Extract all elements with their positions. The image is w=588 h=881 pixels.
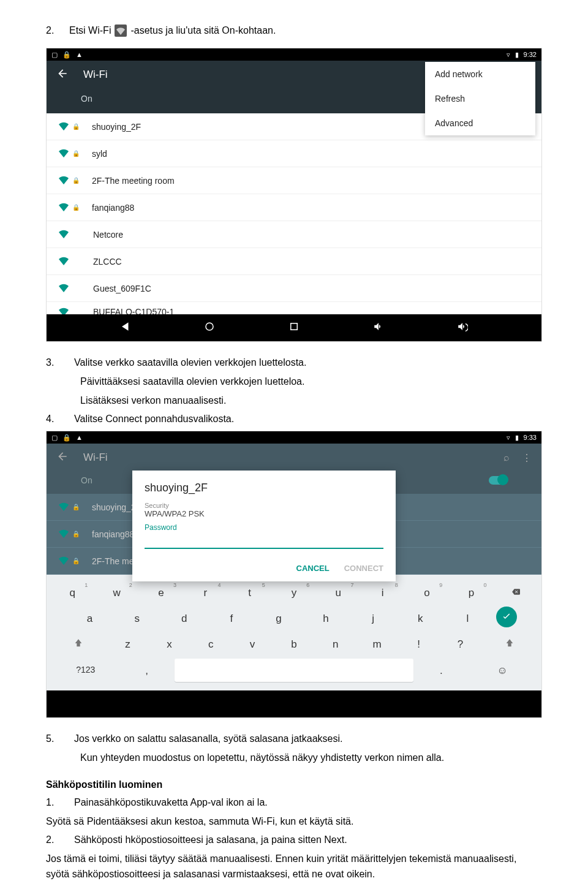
para-3b: Päivittääksesi saatavilla olevien verkko… [46, 374, 542, 390]
email-item-1: 1. Painasähköpostikuvaketta App-val ikon… [46, 795, 542, 811]
screenshot-icon: ▢ [51, 434, 58, 442]
email-item-1b: Syötä sä Pidentääksesi akun kestoa, samm… [46, 814, 542, 830]
key-p[interactable]: 0p [451, 581, 491, 604]
network-item[interactable]: ZLCCC [47, 248, 541, 275]
phone-screenshot-wifi-connect: ▢ 🔒 ▲ ▿ ▮ 9:33 Wi-Fi ⌕ ⋮ [46, 431, 542, 718]
overflow-menu: Add network Refresh Advanced [425, 62, 535, 135]
dialog-security-value: WPA/WPA2 PSK [145, 509, 383, 518]
wifi-signal-icon [59, 229, 69, 240]
intro-line: 2. Etsi Wi-Fi -asetus ja liu'uta sitä On… [46, 25, 542, 37]
key-j[interactable]: j [352, 607, 395, 630]
lock-icon: 🔒 [62, 51, 71, 59]
intro-num: 2. [46, 25, 66, 36]
nav-home-icon[interactable] [204, 321, 215, 335]
status-time: 9:32 [524, 51, 537, 58]
network-item[interactable]: 🔒2F-The meeting room [47, 167, 541, 194]
key-?[interactable]: ? [441, 632, 479, 656]
key-n[interactable]: n [317, 632, 355, 656]
wifi-signal-icon [59, 282, 69, 294]
svg-point-0 [206, 323, 213, 330]
lock-icon: 🔒 [72, 504, 80, 510]
key-b[interactable]: b [275, 632, 313, 656]
lock-icon: 🔒 [62, 434, 71, 442]
nav-recent-icon[interactable] [288, 321, 300, 335]
key-r[interactable]: 4r [185, 581, 225, 604]
lock-icon: 🔒 [72, 123, 80, 130]
network-ssid: ZLCCC [93, 257, 529, 267]
email-section-title: Sähköpostitilin luominen [46, 779, 542, 790]
key-k[interactable]: k [399, 607, 442, 630]
dialog-security-label: Security [145, 502, 383, 509]
wifi-signal-icon [59, 255, 69, 267]
menu-add-network[interactable]: Add network [425, 62, 535, 86]
key-symbols[interactable]: ?123 [52, 659, 119, 682]
key-d[interactable]: d [162, 607, 206, 630]
wifi-signal-icon [59, 121, 69, 132]
network-item[interactable]: 🔒syld [47, 140, 541, 167]
dialog-connect-button[interactable]: CONNECT [344, 564, 383, 573]
overflow-icon: ⋮ [522, 452, 532, 464]
screenshot-icon: ▢ [51, 51, 58, 59]
lock-icon: 🔒 [72, 558, 80, 564]
key-t[interactable]: 5t [229, 581, 270, 604]
network-item[interactable]: BUFFALO-C1D570-1 [47, 302, 541, 314]
key-f[interactable]: f [209, 607, 253, 630]
key-m[interactable]: m [358, 632, 396, 656]
battery-icon: ▮ [515, 51, 519, 59]
dialog-cancel-button[interactable]: CANCEL [296, 564, 330, 573]
key-backspace[interactable] [496, 581, 536, 604]
wifi-on-label: On [81, 94, 92, 104]
wifi-signal-icon [59, 202, 69, 213]
key-y[interactable]: 6y [274, 581, 314, 604]
network-item[interactable]: 🔒fanqiang88 [47, 194, 541, 221]
network-item[interactable]: Netcore [47, 221, 541, 248]
dialog-ssid: shuoying_2F [145, 482, 383, 494]
intro-before: Etsi Wi-Fi [69, 25, 111, 36]
key-g[interactable]: g [257, 607, 300, 630]
key-o[interactable]: 9o [407, 581, 447, 604]
dimmed-background: Wi-Fi ⌕ ⋮ On 🔒shuoying_2F🔒fanqiang88🔒2F-… [47, 444, 541, 575]
nav-voldown-icon[interactable] [373, 321, 384, 335]
email-item-2b: Jos tämä ei toimi, tiliäsi täytyy säätää… [46, 852, 542, 881]
debug-icon: ▲ [76, 51, 83, 58]
key-shift[interactable] [52, 632, 105, 656]
svg-rect-1 [291, 323, 298, 330]
wifi-signal-icon [59, 501, 69, 513]
key-c[interactable]: c [192, 632, 230, 656]
key-s[interactable]: s [115, 607, 159, 630]
appbar-title: Wi-Fi [83, 69, 108, 81]
key-![interactable]: ! [400, 632, 438, 656]
lock-icon: 🔒 [72, 204, 80, 211]
key-space[interactable] [175, 659, 414, 682]
status-bar: ▢ 🔒 ▲ ▿ ▮ 9:32 [47, 48, 541, 61]
dialog-password-input[interactable] [145, 548, 383, 549]
wifi-signal-icon [59, 175, 69, 186]
key-q[interactable]: 1q [52, 581, 92, 604]
network-ssid: 2F-The meeting room [92, 176, 529, 186]
wifi-status-icon: ▿ [507, 434, 510, 442]
menu-refresh[interactable]: Refresh [425, 86, 535, 111]
menu-advanced[interactable]: Advanced [425, 111, 535, 135]
on-screen-keyboard: 1q2w3e4r5t6y7u8i9o0p asdfghjkl zxcvbnm!?… [47, 575, 541, 690]
key-z[interactable]: z [109, 632, 147, 656]
key-shift[interactable] [483, 632, 536, 656]
key-emoji[interactable]: ☺ [469, 659, 536, 682]
key-i[interactable]: 8i [363, 581, 403, 604]
key-a[interactable]: a [68, 607, 111, 630]
key-h[interactable]: h [304, 607, 348, 630]
key-u[interactable]: 7u [318, 581, 358, 604]
key-comma[interactable]: , [123, 659, 170, 682]
key-w[interactable]: 2w [96, 581, 137, 604]
nav-back-icon[interactable] [120, 321, 131, 335]
key-dot[interactable]: . [417, 659, 465, 682]
key-x[interactable]: x [150, 632, 188, 656]
key-e[interactable]: 3e [141, 581, 181, 604]
key-l[interactable]: l [446, 607, 489, 630]
search-icon: ⌕ [503, 452, 510, 464]
debug-icon: ▲ [76, 434, 83, 441]
nav-volup-icon[interactable] [457, 321, 468, 335]
key-enter[interactable] [496, 607, 517, 627]
network-item[interactable]: Guest_609F1C [47, 275, 541, 302]
key-v[interactable]: v [233, 632, 271, 656]
back-icon[interactable] [56, 67, 69, 82]
